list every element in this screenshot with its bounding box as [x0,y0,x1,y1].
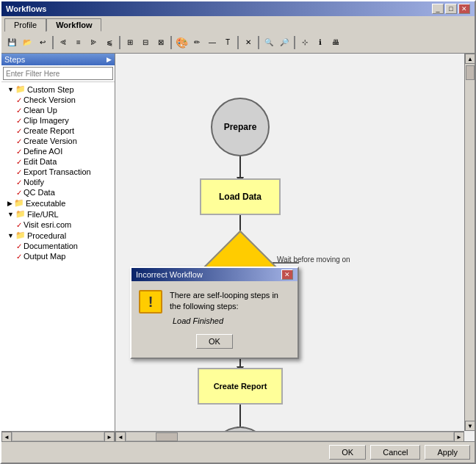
toolbar-sep-6 [294,36,295,49]
tree-group-custom-step[interactable]: ▼ 📁 Custom Step [1,84,115,95]
grid2-icon[interactable]: ⊟ [138,35,153,50]
tree-item-visit-esri[interactable]: ✓ Visit esri.com [1,220,115,230]
tree-label: Visit esri.com [24,220,71,229]
tree-label: Clean Up [24,106,57,115]
tree-label: Check Version [24,95,76,104]
bottom-bar: OK Cancel Apply [1,441,475,463]
main-window: Workflows _ □ ✕ Profile Workflow 💾 📂 ↩ ⫷… [0,0,476,464]
open-icon[interactable]: 📂 [20,35,35,50]
print-icon[interactable]: 🖶 [328,35,343,50]
window-title: Workflows [6,4,46,13]
tree-item-edit-data[interactable]: ✓ Edit Data [1,156,115,167]
tree-group-executable[interactable]: ▶ 📁 Executable [1,197,115,209]
panel-header: Steps ▶ [1,54,115,65]
modal-message: There are self-looping steps in the foll… [170,290,290,313]
toolbar-sep-5 [258,36,259,49]
cancel-button[interactable]: Cancel [370,445,420,460]
search-box [1,65,115,82]
warning-icon: ! [139,290,162,313]
toolbar-sep-4 [237,36,239,49]
ok-button[interactable]: OK [329,445,366,460]
maximize-button[interactable]: □ [445,4,457,14]
flow-diagram-panel: ▲ ▼ [115,54,475,441]
tree-item-check-version[interactable]: ✓ Check Version [1,95,115,105]
modal-message-area: There are self-looping steps in the foll… [170,290,290,327]
modal-step: Load Finished [170,316,290,327]
modal-ok-button[interactable]: OK [196,334,233,349]
toolbar: 💾 📂 ↩ ⫷ ≡ ⫸ ⫹ ⊞ ⊟ ⊠ 🎨 ✏ — T ✕ 🔍 🔎 ⊹ ℹ 🖶 [1,32,475,54]
modal-title: Incorrect Workflow [136,270,203,279]
tree-group-procedural[interactable]: ▼ 📁 Procedural [1,230,115,241]
main-content: Steps ▶ ▼ 📁 Custom Step ✓ Check Version … [1,54,475,441]
tree-label: Custom Step [27,85,74,94]
align-right-icon[interactable]: ⫸ [87,35,101,50]
toolbar-sep-2 [119,36,120,49]
minimize-button[interactable]: _ [432,4,444,14]
left-scroll-right[interactable]: ► [104,432,115,441]
color-icon[interactable]: 🎨 [174,35,189,50]
left-h-scroll: ◄ ► [1,431,115,441]
title-bar: Workflows _ □ ✕ [1,1,475,16]
tree-item-qc-data[interactable]: ✓ QC Data [1,187,115,197]
line-icon[interactable]: — [205,35,220,50]
tab-workflow[interactable]: Workflow [46,18,101,32]
title-bar-buttons: _ □ ✕ [432,4,470,14]
tree-item-create-version[interactable]: ✓ Create Version [1,136,115,146]
modal-close-button[interactable]: ✕ [281,269,293,280]
tree-label: Notify [24,178,44,186]
tree-label: File/URL [27,210,59,219]
select-icon[interactable]: ⊹ [298,35,312,50]
tree-label: Clip Imagery [24,116,69,125]
text-icon[interactable]: T [220,35,235,50]
tree-label: QC Data [24,188,55,197]
tree-item-documentation[interactable]: ✓ Documentation [1,241,115,251]
toolbar-sep-3 [170,36,172,49]
tabs-bar: Profile Workflow [1,16,475,32]
tree-view: ▼ 📁 Custom Step ✓ Check Version ✓ Clean … [1,82,115,431]
undo-icon[interactable]: ↩ [35,35,50,50]
tree-item-clip-imagery[interactable]: ✓ Clip Imagery [1,115,115,126]
tree-label: Documentation [24,242,78,250]
tree-label: Executable [26,199,65,208]
zoom-out-icon[interactable]: 🔎 [277,35,292,50]
zoom-in-icon[interactable]: 🔍 [262,35,276,50]
close-button[interactable]: ✕ [458,4,470,14]
tree-item-notify[interactable]: ✓ Notify [1,177,115,187]
incorrect-workflow-dialog: Incorrect Workflow ✕ ! There are self-lo… [130,267,299,359]
grid3-icon[interactable]: ⊠ [154,35,168,50]
tree-item-export-transaction[interactable]: ✓ Export Transaction [1,167,115,177]
modal-overlay: Incorrect Workflow ✕ ! There are self-lo… [115,54,475,441]
tree-item-create-report[interactable]: ✓ Create Report [1,126,115,136]
left-scroll-track[interactable] [12,432,104,441]
tree-item-clean-up[interactable]: ✓ Clean Up [1,105,115,115]
info-icon[interactable]: ℹ [313,35,328,50]
align-top-icon[interactable]: ⫹ [102,35,117,50]
apply-button[interactable]: Apply [425,445,470,460]
tree-label: Output Map [24,252,65,261]
tab-profile[interactable]: Profile [4,18,46,32]
tree-item-output-map[interactable]: ✓ Output Map [1,251,115,261]
tree-label: Create Report [24,126,74,135]
steps-label: Steps [4,55,25,64]
pen-icon[interactable]: ✏ [190,35,204,50]
tree-label: Export Transaction [24,167,91,176]
grid-icon[interactable]: ⊞ [123,35,137,50]
modal-body: ! There are self-looping steps in the fo… [139,290,290,327]
align-center-icon[interactable]: ≡ [71,35,86,50]
tree-group-fileurl[interactable]: ▼ 📁 File/URL [1,209,115,220]
align-left-icon[interactable]: ⫷ [56,35,71,50]
modal-title-bar: Incorrect Workflow ✕ [131,268,298,281]
modal-content: ! There are self-looping steps in the fo… [131,281,298,358]
tree-label: Create Version [24,137,77,145]
tree-label: Define AOI [24,147,62,156]
search-input[interactable] [3,67,113,80]
tree-label: Edit Data [24,157,57,166]
panel-arrow: ▶ [107,56,112,63]
toolbar-sep-1 [52,36,54,49]
tree-label: Procedural [27,231,66,240]
tree-item-define-aoi[interactable]: ✓ Define AOI [1,146,115,156]
delete-icon[interactable]: ✕ [241,35,256,50]
save-icon[interactable]: 💾 [4,35,19,50]
left-scroll-left[interactable]: ◄ [1,432,12,441]
bottom-buttons: OK Cancel Apply [329,445,470,460]
